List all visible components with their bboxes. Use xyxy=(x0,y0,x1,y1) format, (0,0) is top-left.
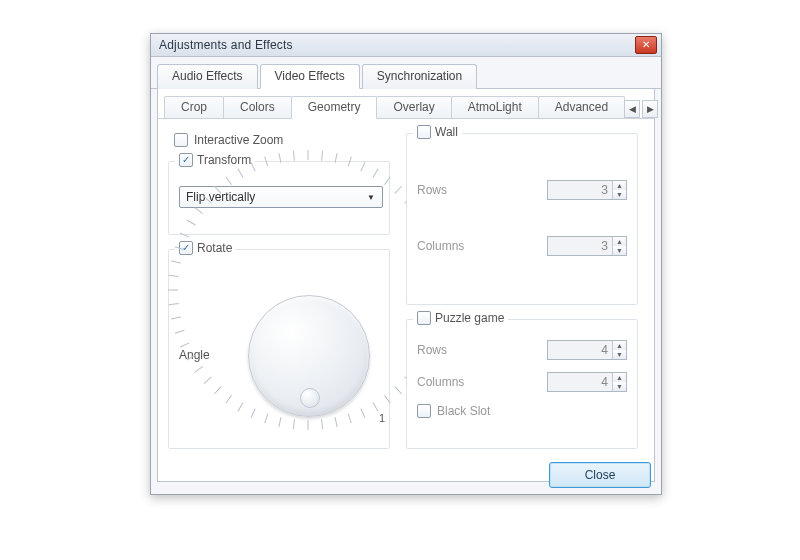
spin-up-icon[interactable]: ▲ xyxy=(612,341,626,350)
tab-audio-effects[interactable]: Audio Effects xyxy=(157,64,258,89)
wall-cols-label: Columns xyxy=(417,239,477,253)
dial-tick xyxy=(360,409,365,419)
sub-tabs: Crop Colors Geometry Overlay AtmoLight A… xyxy=(158,89,654,119)
spin-down-icon[interactable]: ▼ xyxy=(612,190,626,199)
dial-tick xyxy=(171,317,181,320)
dial-tick xyxy=(169,303,179,305)
dial-tick xyxy=(278,417,281,427)
tabs-scroll-left[interactable]: ◀ xyxy=(624,100,640,118)
rotate-group: Rotate Angle 1 xyxy=(168,249,390,449)
puzzle-rows-label: Rows xyxy=(417,343,477,357)
tab-label: Audio Effects xyxy=(172,69,243,83)
wall-group: Wall Rows 3 ▲▼ Columns 3 ▲▼ xyxy=(406,133,638,305)
close-button-label: Close xyxy=(585,468,616,482)
tab-atmolight[interactable]: AtmoLight xyxy=(451,96,539,118)
interactive-zoom-label: Interactive Zoom xyxy=(194,133,283,147)
dial-tick-label: 1 xyxy=(379,412,385,424)
titlebar[interactable]: Adjustments and Effects ✕ xyxy=(151,34,661,57)
dial-tick xyxy=(335,417,338,427)
main-tabs: Audio Effects Video Effects Synchronizat… xyxy=(151,57,661,89)
puzzle-group: Puzzle game Rows 4 ▲▼ Columns 4 ▲▼ xyxy=(406,319,638,449)
tab-overlay[interactable]: Overlay xyxy=(376,96,451,118)
close-icon: ✕ xyxy=(642,40,650,50)
transform-group: Transform Flip vertically ▼ xyxy=(168,161,390,235)
spin-down-icon[interactable]: ▼ xyxy=(612,246,626,255)
puzzle-cols-spin[interactable]: 4 ▲▼ xyxy=(547,372,627,392)
chevron-down-icon: ▼ xyxy=(364,190,378,204)
close-button[interactable]: Close xyxy=(549,462,651,488)
tab-label: Crop xyxy=(181,100,207,114)
puzzle-rows-spin[interactable]: 4 ▲▼ xyxy=(547,340,627,360)
transform-mode-select[interactable]: Flip vertically ▼ xyxy=(179,186,383,208)
spin-down-icon[interactable]: ▼ xyxy=(612,350,626,359)
dial-tick xyxy=(204,377,212,384)
rotate-label: Rotate xyxy=(197,241,232,255)
window-close-button[interactable]: ✕ xyxy=(635,36,657,54)
puzzle-rows-value: 4 xyxy=(601,343,608,357)
dial-tick xyxy=(373,402,379,411)
puzzle-label: Puzzle game xyxy=(435,311,504,325)
interactive-zoom-checkbox[interactable] xyxy=(174,133,188,147)
tab-label: AtmoLight xyxy=(468,100,522,114)
wall-header[interactable]: Wall xyxy=(413,125,462,139)
puzzle-header[interactable]: Puzzle game xyxy=(413,311,508,325)
puzzle-cols-label: Columns xyxy=(417,375,477,389)
chevron-right-icon: ▶ xyxy=(647,104,654,114)
tab-advanced[interactable]: Advanced xyxy=(538,96,625,118)
dial-tick xyxy=(308,150,309,160)
tab-geometry[interactable]: Geometry xyxy=(291,96,378,119)
dial-knob[interactable] xyxy=(248,295,370,417)
spin-up-icon[interactable]: ▲ xyxy=(612,237,626,246)
wall-label: Wall xyxy=(435,125,458,139)
wall-checkbox[interactable] xyxy=(417,125,431,139)
dial-tick xyxy=(321,419,323,429)
wall-rows-spin[interactable]: 3 ▲▼ xyxy=(547,180,627,200)
tab-label: Synchronization xyxy=(377,69,462,83)
interactive-zoom-option[interactable]: Interactive Zoom xyxy=(174,133,283,147)
tab-video-effects[interactable]: Video Effects xyxy=(260,64,360,89)
dial-tick xyxy=(395,186,402,194)
tab-label: Overlay xyxy=(393,100,434,114)
tab-label: Geometry xyxy=(308,100,361,114)
dial-tick xyxy=(171,260,181,263)
dialog-footer: Close xyxy=(549,462,651,488)
transform-label: Transform xyxy=(197,153,251,167)
tab-label: Advanced xyxy=(555,100,608,114)
tab-synchronization[interactable]: Synchronization xyxy=(362,64,477,89)
angle-label: Angle xyxy=(169,348,227,362)
dial-tick xyxy=(384,395,391,404)
tab-colors[interactable]: Colors xyxy=(223,96,292,118)
transform-header[interactable]: Transform xyxy=(175,153,255,167)
rotate-dial[interactable]: 1 xyxy=(233,280,383,430)
dial-tick xyxy=(348,413,352,423)
dial-tick xyxy=(225,395,232,404)
dial-tick xyxy=(180,342,190,347)
chevron-left-icon: ◀ xyxy=(629,104,636,114)
window-title: Adjustments and Effects xyxy=(159,38,293,52)
tab-crop[interactable]: Crop xyxy=(164,96,224,118)
dial-tick xyxy=(175,330,185,334)
video-effects-sheet: Crop Colors Geometry Overlay AtmoLight A… xyxy=(157,89,655,482)
dial-tick xyxy=(238,402,244,411)
tab-label: Colors xyxy=(240,100,275,114)
black-slot-label: Black Slot xyxy=(437,404,490,418)
wall-rows-value: 3 xyxy=(601,183,608,197)
dial-tick xyxy=(251,409,256,419)
transform-checkbox[interactable] xyxy=(179,153,193,167)
rotate-header[interactable]: Rotate xyxy=(175,241,236,255)
geometry-panel: Interactive Zoom Transform Flip vertical… xyxy=(168,133,644,471)
dial-tick xyxy=(194,366,203,373)
spin-down-icon[interactable]: ▼ xyxy=(612,382,626,391)
black-slot-checkbox[interactable] xyxy=(417,404,431,418)
dial-tick xyxy=(293,419,295,429)
wall-cols-spin[interactable]: 3 ▲▼ xyxy=(547,236,627,256)
spin-up-icon[interactable]: ▲ xyxy=(612,373,626,382)
dial-indicator xyxy=(300,388,320,408)
adjustments-window: Adjustments and Effects ✕ Audio Effects … xyxy=(150,33,662,495)
puzzle-checkbox[interactable] xyxy=(417,311,431,325)
spin-up-icon[interactable]: ▲ xyxy=(612,181,626,190)
dial-tick xyxy=(321,151,323,161)
puzzle-cols-value: 4 xyxy=(601,375,608,389)
tabs-scroll-right[interactable]: ▶ xyxy=(642,100,658,118)
dial-tick xyxy=(168,290,178,291)
